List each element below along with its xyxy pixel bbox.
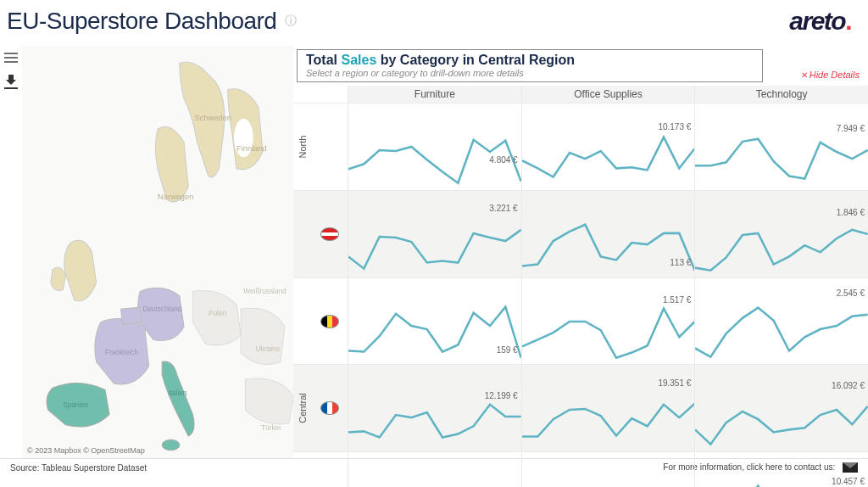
sparkline-cell[interactable]: 4.526 € — [348, 452, 521, 487]
mail-icon[interactable] — [843, 462, 858, 473]
cell-value: 10.457 € — [832, 477, 865, 486]
data-grid: Total Sales by Category in Central Regio… — [293, 46, 868, 458]
cell-value: 7.949 € — [837, 124, 865, 133]
cell-value: 3.221 € — [489, 204, 517, 213]
sparkline-cell[interactable]: 4.804 € — [348, 104, 521, 190]
sparkline-cell[interactable]: 113 € — [521, 191, 695, 277]
table-row[interactable]: Central12.199 €19.351 €16.092 € — [293, 364, 868, 451]
map-label: Norwegen — [158, 193, 193, 201]
footer-source: Source: Tableau Superstore Dataset — [10, 463, 147, 473]
sparkline-cell[interactable]: 1.846 € — [694, 191, 868, 277]
hide-details-button[interactable]: Hide Details — [801, 70, 860, 80]
column-header-office-supplies[interactable]: Office Supplies — [521, 86, 695, 103]
map-label: Weißrussland — [243, 288, 287, 295]
map-label: Deutschland — [142, 305, 181, 313]
map-label: Polen — [209, 310, 227, 317]
logo-dot: . — [845, 7, 851, 35]
cell-value: 159 € — [497, 345, 518, 355]
map-label: Finnland — [236, 144, 267, 153]
logo: areto. — [789, 7, 851, 36]
sparkline-cell[interactable]: 4.265 € — [521, 452, 695, 487]
info-icon[interactable]: ⓘ — [285, 14, 297, 29]
cell-value: 2.545 € — [837, 288, 865, 298]
sparkline-cell[interactable]: 10.173 € — [521, 104, 695, 190]
cell-value: 19.351 € — [658, 378, 691, 388]
column-header-furniture[interactable]: Furniture — [348, 86, 521, 103]
chart-subtitle: Select a region or category to drill-dow… — [306, 68, 754, 78]
svg-point-2 — [162, 439, 180, 450]
cell-value: 12.199 € — [485, 391, 518, 400]
sparkline-cell[interactable]: 7.949 € — [694, 104, 868, 190]
sparkline-cell[interactable]: 159 € — [348, 278, 521, 365]
sparkline-cell[interactable]: 2.545 € — [694, 278, 868, 365]
chart-title: Total Sales by Category in Central Regio… — [306, 53, 754, 68]
sparkline-cell[interactable]: 1.517 € — [521, 278, 695, 365]
map-label: Italien — [168, 389, 186, 397]
map-label: Ukraine — [256, 345, 281, 353]
download-icon[interactable] — [4, 75, 18, 87]
map-label: Spanien — [63, 401, 89, 409]
cell-value: 4.804 € — [489, 155, 517, 165]
chart-title-box: Total Sales by Category in Central Regio… — [297, 49, 763, 82]
cell-value: 1.517 € — [663, 295, 691, 305]
table-row[interactable]: 3.221 €113 €1.846 € — [293, 190, 868, 277]
menu-icon[interactable] — [4, 53, 18, 64]
flag-icon-fr — [320, 401, 339, 415]
table-row[interactable]: 4.526 €4.265 €10.457 € — [293, 451, 868, 487]
logo-text: areto — [789, 7, 845, 35]
flag-icon-at — [320, 227, 339, 241]
region-label: North — [298, 135, 308, 158]
map-attribution: © 2023 Mapbox © OpenStreetMap — [27, 446, 145, 455]
map-label: Türkei — [261, 424, 281, 432]
sparkline-cell[interactable]: 12.199 € — [348, 365, 521, 451]
cell-value: 16.092 € — [832, 381, 865, 390]
sparkline-cell[interactable]: 16.092 € — [694, 365, 868, 451]
cell-value: 1.846 € — [837, 208, 865, 217]
table-row[interactable]: North4.804 €10.173 €7.949 € — [293, 103, 868, 190]
page-title: EU-Superstore Dashboard ⓘ — [7, 8, 297, 35]
map-label: Schweden — [194, 114, 231, 122]
cell-value: 10.173 € — [658, 122, 691, 132]
title-text: EU-Superstore Dashboard — [7, 8, 276, 35]
sparkline-cell[interactable]: 19.351 € — [521, 365, 695, 451]
cell-value: 113 € — [670, 258, 691, 267]
table-row[interactable]: 159 €1.517 €2.545 € — [293, 277, 868, 365]
map-label: Frankreich — [105, 349, 138, 356]
sparkline-cell[interactable]: 3.221 € — [348, 191, 521, 277]
map-panel[interactable]: Schweden Finnland Norwegen Deutschland F… — [22, 46, 293, 458]
column-header-technology[interactable]: Technology — [694, 86, 868, 103]
flag-icon-be — [320, 315, 339, 328]
region-label: Central — [298, 394, 308, 423]
